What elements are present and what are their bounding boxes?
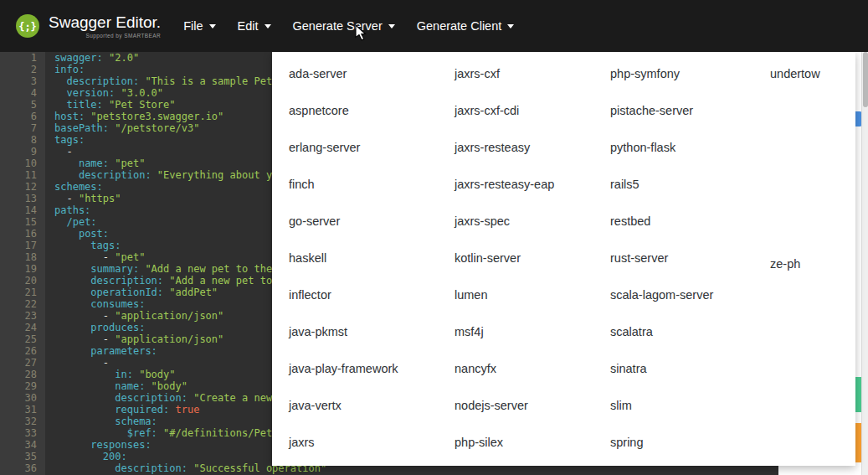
code-text: /pet: (45, 216, 97, 228)
preview-scrollbar-thumb[interactable] (863, 52, 868, 107)
generate-option-java-play-framework[interactable]: java-play-framework (289, 359, 455, 379)
generate-server-menu-column-3: php-symfonypistache-serverpython-flaskra… (610, 64, 770, 469)
generate-option-php-silex[interactable]: php-silex (455, 432, 610, 452)
generate-option-rails5[interactable]: rails5 (610, 174, 770, 194)
generate-option-jaxrs[interactable]: jaxrs (289, 432, 455, 452)
generate-option-ze-ph[interactable]: ze-ph (770, 254, 855, 274)
generate-option-pistache-server[interactable]: pistache-server (610, 101, 770, 121)
menu-generate-client[interactable]: Generate Client (406, 0, 526, 52)
generate-option-jaxrs-cxf[interactable]: jaxrs-cxf (455, 64, 610, 84)
menu-generate-server[interactable]: Generate Server (282, 0, 406, 52)
code-text: paths: (45, 204, 90, 216)
generate-option-slim[interactable]: slim (610, 395, 770, 416)
line-number: 10 (0, 157, 45, 169)
line-number: 17 (0, 240, 45, 251)
line-number: 28 (0, 369, 45, 380)
line-number: 13 (0, 193, 45, 204)
generate-option-jaxrs-spec[interactable]: jaxrs-spec (455, 211, 610, 231)
app-title: Swagger Editor. (49, 14, 161, 31)
code-text: schema: (45, 416, 157, 427)
generate-option-restbed[interactable]: restbed (610, 211, 770, 231)
generate-option-finch[interactable]: finch (289, 174, 455, 194)
line-number: 18 (0, 251, 45, 263)
code-text: $ref: "#/definitions/Pet (45, 427, 272, 439)
code-text: - (45, 146, 73, 157)
code-text: description: "Add a new pet to (45, 275, 272, 287)
generate-option-jaxrs-resteasy-eap[interactable]: jaxrs-resteasy-eap (455, 174, 610, 194)
brand: {;} Swagger Editor. Supported by SMARTBE… (0, 13, 172, 39)
code-text: basePath: "/petstore/v3" (45, 122, 199, 134)
generate-option-nodejs-server[interactable]: nodejs-server (455, 395, 610, 416)
code-text: version: "3.0.0" (45, 87, 163, 99)
generate-option-undertow[interactable]: undertow (770, 64, 855, 84)
line-number: 31 (0, 404, 45, 416)
code-text: - "https" (45, 193, 121, 204)
code-text: schemes: (45, 181, 103, 193)
generate-option-sinatra[interactable]: sinatra (610, 359, 770, 379)
line-number: 14 (0, 204, 45, 216)
line-number: 8 (0, 134, 45, 146)
swagger-editor-app: {;} Swagger Editor. Supported by SMARTBE… (0, 0, 868, 475)
code-text: - (45, 357, 109, 369)
generate-option-nancyfx[interactable]: nancyfx (455, 359, 610, 379)
generate-option-rust-server[interactable]: rust-server (610, 248, 770, 268)
generate-option-scala-lagom-server[interactable]: scala-lagom-server (610, 285, 770, 305)
code-text: - "application/json" (45, 333, 223, 345)
generate-option-inflector[interactable]: inflector (289, 285, 455, 305)
line-number: 2 (0, 64, 45, 75)
code-text: post: (45, 228, 109, 240)
generate-option-erlang-server[interactable]: erlang-server (289, 137, 455, 157)
generate-option-go-server[interactable]: go-server (289, 211, 455, 231)
line-number: 36 (0, 462, 45, 474)
code-text: info: (45, 64, 85, 75)
generate-option-jaxrs-cxf-cdi[interactable]: jaxrs-cxf-cdi (455, 101, 610, 121)
code-text: required: true (45, 404, 199, 416)
code-text: name: "body" (45, 380, 187, 392)
app-header: {;} Swagger Editor. Supported by SMARTBE… (0, 0, 868, 52)
menu-label: Edit (238, 19, 259, 33)
menu-file[interactable]: File (172, 0, 226, 52)
generate-option-java-pkmst[interactable]: java-pkmst (289, 322, 455, 342)
code-text: - "application/json" (45, 310, 223, 322)
code-text: description: "Create a new (45, 392, 272, 404)
generate-option-jaxrs-resteasy[interactable]: jaxrs-resteasy (455, 137, 610, 157)
generate-option-aspnetcore[interactable]: aspnetcore (289, 101, 455, 121)
line-number: 4 (0, 87, 45, 99)
generate-option-spring[interactable]: spring (610, 432, 770, 452)
generate-server-menu: ada-serveraspnetcoreerlang-serverfinchgo… (272, 52, 855, 466)
menu-label: Generate Client (417, 19, 502, 33)
code-text: operationId: "addPet" (45, 287, 218, 298)
svg-text:{;}: {;} (18, 21, 37, 33)
line-number: 23 (0, 310, 45, 322)
line-number: 5 (0, 99, 45, 111)
line-number: 35 (0, 451, 45, 462)
generate-option-scalatra[interactable]: scalatra (610, 322, 770, 342)
code-text: description: "Everything about y (45, 169, 272, 181)
generate-option-msf4j[interactable]: msf4j (455, 322, 610, 342)
line-number: 34 (0, 439, 45, 451)
line-number: 29 (0, 380, 45, 392)
code-text: - "pet" (45, 251, 145, 263)
line-number: 7 (0, 122, 45, 134)
generate-option-ada-server[interactable]: ada-server (289, 64, 455, 84)
line-number: 15 (0, 216, 45, 228)
generate-server-menu-column-2: jaxrs-cxfjaxrs-cxf-cdijaxrs-resteasyjaxr… (455, 64, 610, 469)
code-text: parameters: (45, 345, 157, 357)
line-number: 12 (0, 181, 45, 193)
code-text: produces: (45, 322, 145, 333)
line-number: 26 (0, 345, 45, 357)
line-number: 33 (0, 427, 45, 439)
generate-option-lumen[interactable]: lumen (455, 285, 610, 305)
generate-option-python-flask[interactable]: python-flask (610, 137, 770, 157)
generate-option-php-symfony[interactable]: php-symfony (610, 64, 770, 84)
line-number: 6 (0, 111, 45, 122)
generate-server-menu-column-4: undertowze-ph (770, 64, 855, 469)
generate-option-java-vertx[interactable]: java-vertx (289, 395, 455, 416)
preview-scrollbar[interactable] (861, 52, 868, 475)
line-number: 24 (0, 322, 45, 333)
line-number: 11 (0, 169, 45, 181)
generate-option-kotlin-server[interactable]: kotlin-server (455, 248, 610, 268)
generate-option-haskell[interactable]: haskell (289, 248, 455, 268)
code-text: swagger: "2.0" (45, 52, 139, 64)
menu-edit[interactable]: Edit (227, 0, 282, 52)
